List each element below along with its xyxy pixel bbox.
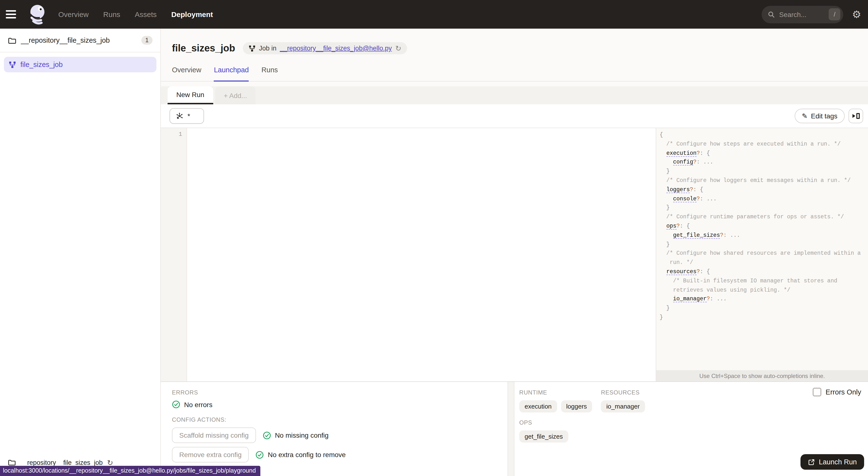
remove-status-text: No extra config to remove (268, 451, 346, 458)
tag[interactable]: loggers (561, 400, 592, 412)
line-number: 1 (179, 131, 182, 138)
session-tab-new-run[interactable]: New Run (167, 87, 213, 104)
launch-run-label: Launch Run (819, 458, 857, 466)
nav-item-deployment[interactable]: Deployment (171, 10, 213, 19)
code-line: io_manager?: ... (660, 295, 866, 304)
sidebar-item-file-sizes-job[interactable]: file_sizes_job (4, 57, 156, 72)
viewport: Overview Runs Assets Deployment / ⚙ __re… (0, 0, 868, 476)
launchpad-toolbar: * ✎ Edit tags (161, 104, 868, 128)
code-line: } (660, 204, 866, 213)
gear-icon[interactable]: ⚙ (852, 9, 861, 20)
editor-gutter: 1 (161, 128, 187, 381)
scaffold-missing-config-button[interactable]: Scaffold missing config (172, 428, 256, 443)
folder-icon (8, 458, 16, 466)
config-schema-code: { /* Configure how steps are executed wi… (656, 128, 868, 322)
footer-repo-name: __repository__file_sizes_job (20, 459, 103, 466)
tag[interactable]: get_file_sizes (519, 431, 568, 443)
code-line: console?: ... (660, 194, 866, 204)
runtime-column: RUNTIME executionloggers OPS get_file_si… (519, 389, 592, 449)
sidebar: __repository__file_sizes_job 1 file_size… (0, 29, 161, 476)
code-line: /* Configure runtime parameters for ops … (660, 212, 866, 222)
errors-only-label: Errors Only (826, 388, 861, 396)
code-line: /* Configure how steps are executed with… (660, 140, 866, 149)
preview-columns: RUNTIME executionloggers OPS get_file_si… (519, 389, 861, 449)
tab-overview[interactable]: Overview (172, 65, 202, 81)
toggle-config-panel-button[interactable] (848, 109, 863, 123)
code-line: /* Built-in filesystem IO manager that s… (660, 277, 866, 286)
code-line: loggers?: { (660, 185, 866, 195)
tabs-gap (161, 81, 868, 87)
op-selector-input[interactable]: * (169, 108, 204, 124)
top-nav-links: Overview Runs Assets Deployment (58, 10, 213, 19)
job-context-prefix: Job in (259, 45, 276, 52)
remove-status: No extra config to remove (256, 450, 346, 459)
sidebar-repo-row[interactable]: __repository__file_sizes_job 1 (0, 29, 160, 53)
editor-region: 1 { /* Configure how steps are executed … (161, 128, 868, 381)
tag[interactable]: execution (519, 400, 557, 412)
sidebar-footer-repo[interactable]: __repository__file_sizes_job ↻ (0, 458, 160, 466)
remove-action-row: Remove extra config No extra config to r… (172, 447, 498, 463)
sidebar-job-label: file_sizes_job (21, 61, 63, 68)
body: __repository__file_sizes_job 1 file_size… (0, 29, 868, 476)
repo-name: __repository__file_sizes_job (21, 36, 110, 44)
code-line: ops?: { (660, 222, 866, 231)
app-window: Overview Runs Assets Deployment / ⚙ __re… (0, 0, 868, 476)
job-context-pill: Job in __repository__file_sizes_job@hell… (243, 42, 407, 54)
scaffold-action-row: Scaffold missing config No missing confi… (172, 428, 498, 443)
code-line: /* Configure how loggers emit messages w… (660, 176, 866, 185)
op-selector-value: * (187, 112, 190, 120)
remove-extra-config-button[interactable]: Remove extra config (172, 447, 249, 463)
code-line: get_file_sizes?: ... (660, 231, 866, 240)
code-line: } (660, 240, 866, 249)
reload-icon[interactable]: ↻ (107, 459, 113, 466)
check-circle-icon (263, 431, 271, 439)
page-header: file_sizes_job Job in __repository__file… (161, 29, 868, 65)
code-line: config?: ... (660, 158, 866, 167)
errors-only-control[interactable]: Errors Only (812, 388, 861, 397)
check-circle-icon (256, 450, 264, 459)
launch-run-button[interactable]: Launch Run (801, 454, 864, 470)
code-line: execution?: { (660, 149, 866, 158)
panel-toggle-icon (852, 114, 855, 118)
scaffold-status-text: No missing config (275, 431, 329, 439)
code-line: } (660, 167, 866, 176)
edit-tags-button[interactable]: ✎ Edit tags (795, 109, 845, 123)
nav-item-runs[interactable]: Runs (103, 10, 120, 19)
dagster-logo[interactable] (26, 3, 49, 26)
op-selector-graph-icon (175, 112, 184, 120)
link-preview-statusbar: localhost:3000/locations/__repository__f… (0, 466, 260, 476)
top-nav: Overview Runs Assets Deployment / ⚙ (0, 0, 868, 29)
nav-item-overview[interactable]: Overview (58, 10, 89, 19)
search-box[interactable]: / (762, 6, 843, 23)
toolbar-right: ✎ Edit tags (795, 109, 863, 123)
session-tab-add[interactable]: + Add... (215, 87, 256, 104)
tab-launchpad[interactable]: Launchpad (214, 65, 249, 81)
edit-tags-label: Edit tags (811, 112, 837, 120)
reload-icon[interactable]: ↻ (395, 45, 401, 52)
job-graph-icon (9, 61, 16, 68)
nav-item-assets[interactable]: Assets (135, 10, 157, 19)
hamburger-menu-icon[interactable] (6, 6, 22, 23)
tab-runs[interactable]: Runs (261, 65, 278, 81)
runtime-heading: RUNTIME (519, 389, 592, 396)
config-editor[interactable] (187, 128, 656, 381)
search-input[interactable] (779, 10, 829, 18)
launchpad-session-strip: New Run + Add... (161, 87, 868, 104)
bottom-panel: ERRORS No errors CONFIG ACTIONS: Scaffol… (161, 381, 868, 476)
repo-count-badge: 1 (141, 36, 153, 45)
page-title: file_sizes_job (172, 43, 235, 54)
runtime-tags: executionloggers (519, 400, 592, 412)
resources-column: RESOURCES io_manager (601, 389, 645, 449)
repo-location-link[interactable]: __repository__file_sizes_job@hello.py (280, 45, 392, 52)
code-line: } (660, 313, 866, 322)
code-line: retrieves values using pickling. */ (660, 285, 866, 295)
resources-tags: io_manager (601, 400, 645, 412)
errors-heading: ERRORS (172, 389, 498, 396)
panel-resizer-handle[interactable] (507, 382, 515, 476)
run-preview-section: RUNTIME executionloggers OPS get_file_si… (515, 382, 868, 476)
code-line: { (660, 131, 866, 140)
scaffold-status: No missing config (263, 431, 329, 439)
errors-only-checkbox[interactable] (812, 388, 821, 397)
tag[interactable]: io_manager (601, 400, 645, 412)
config-schema-panel[interactable]: { /* Configure how steps are executed wi… (656, 128, 868, 381)
